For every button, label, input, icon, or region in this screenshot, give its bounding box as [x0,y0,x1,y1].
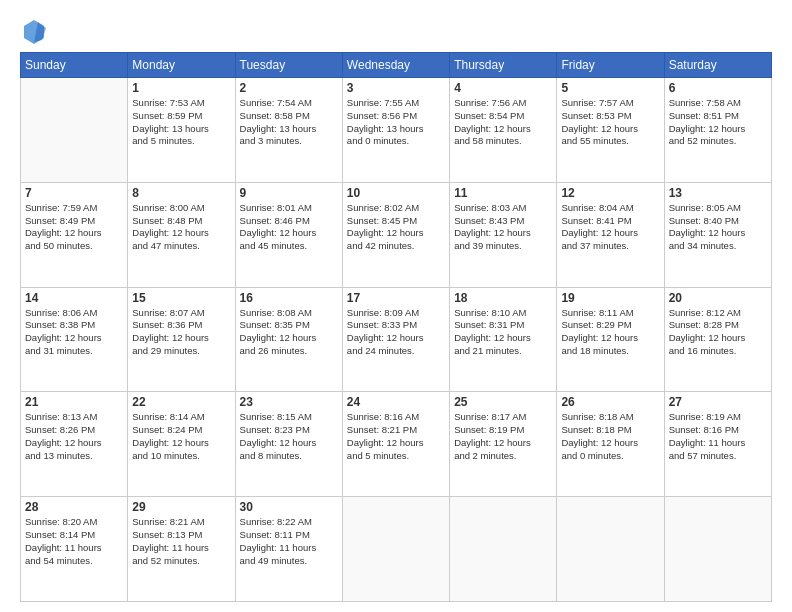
day-cell: 29Sunrise: 8:21 AM Sunset: 8:13 PM Dayli… [128,497,235,602]
day-cell: 9Sunrise: 8:01 AM Sunset: 8:46 PM Daylig… [235,182,342,287]
day-cell: 30Sunrise: 8:22 AM Sunset: 8:11 PM Dayli… [235,497,342,602]
day-info: Sunrise: 8:01 AM Sunset: 8:46 PM Dayligh… [240,202,338,253]
day-info: Sunrise: 8:22 AM Sunset: 8:11 PM Dayligh… [240,516,338,567]
day-info: Sunrise: 8:19 AM Sunset: 8:16 PM Dayligh… [669,411,767,462]
weekday-header-saturday: Saturday [664,53,771,78]
logo-icon [20,16,48,44]
day-info: Sunrise: 8:02 AM Sunset: 8:45 PM Dayligh… [347,202,445,253]
day-cell: 17Sunrise: 8:09 AM Sunset: 8:33 PM Dayli… [342,287,449,392]
day-number: 27 [669,395,767,409]
day-info: Sunrise: 8:18 AM Sunset: 8:18 PM Dayligh… [561,411,659,462]
day-cell [664,497,771,602]
weekday-header-thursday: Thursday [450,53,557,78]
day-info: Sunrise: 7:56 AM Sunset: 8:54 PM Dayligh… [454,97,552,148]
day-cell [450,497,557,602]
day-cell: 12Sunrise: 8:04 AM Sunset: 8:41 PM Dayli… [557,182,664,287]
day-cell: 1Sunrise: 7:53 AM Sunset: 8:59 PM Daylig… [128,78,235,183]
day-cell: 22Sunrise: 8:14 AM Sunset: 8:24 PM Dayli… [128,392,235,497]
week-row-4: 21Sunrise: 8:13 AM Sunset: 8:26 PM Dayli… [21,392,772,497]
day-number: 1 [132,81,230,95]
day-info: Sunrise: 8:10 AM Sunset: 8:31 PM Dayligh… [454,307,552,358]
day-cell: 23Sunrise: 8:15 AM Sunset: 8:23 PM Dayli… [235,392,342,497]
day-cell: 21Sunrise: 8:13 AM Sunset: 8:26 PM Dayli… [21,392,128,497]
day-number: 17 [347,291,445,305]
day-cell [342,497,449,602]
day-info: Sunrise: 7:53 AM Sunset: 8:59 PM Dayligh… [132,97,230,148]
day-number: 12 [561,186,659,200]
day-info: Sunrise: 7:57 AM Sunset: 8:53 PM Dayligh… [561,97,659,148]
week-row-2: 7Sunrise: 7:59 AM Sunset: 8:49 PM Daylig… [21,182,772,287]
day-info: Sunrise: 8:16 AM Sunset: 8:21 PM Dayligh… [347,411,445,462]
weekday-header-friday: Friday [557,53,664,78]
day-number: 30 [240,500,338,514]
weekday-header-wednesday: Wednesday [342,53,449,78]
day-info: Sunrise: 8:12 AM Sunset: 8:28 PM Dayligh… [669,307,767,358]
day-number: 7 [25,186,123,200]
day-number: 21 [25,395,123,409]
day-cell: 27Sunrise: 8:19 AM Sunset: 8:16 PM Dayli… [664,392,771,497]
day-cell: 26Sunrise: 8:18 AM Sunset: 8:18 PM Dayli… [557,392,664,497]
day-number: 5 [561,81,659,95]
calendar-table: SundayMondayTuesdayWednesdayThursdayFrid… [20,52,772,602]
day-info: Sunrise: 8:06 AM Sunset: 8:38 PM Dayligh… [25,307,123,358]
week-row-3: 14Sunrise: 8:06 AM Sunset: 8:38 PM Dayli… [21,287,772,392]
day-number: 6 [669,81,767,95]
day-number: 16 [240,291,338,305]
day-cell: 15Sunrise: 8:07 AM Sunset: 8:36 PM Dayli… [128,287,235,392]
day-info: Sunrise: 8:17 AM Sunset: 8:19 PM Dayligh… [454,411,552,462]
day-info: Sunrise: 8:08 AM Sunset: 8:35 PM Dayligh… [240,307,338,358]
day-number: 25 [454,395,552,409]
day-cell: 24Sunrise: 8:16 AM Sunset: 8:21 PM Dayli… [342,392,449,497]
week-row-1: 1Sunrise: 7:53 AM Sunset: 8:59 PM Daylig… [21,78,772,183]
day-cell: 5Sunrise: 7:57 AM Sunset: 8:53 PM Daylig… [557,78,664,183]
day-info: Sunrise: 8:20 AM Sunset: 8:14 PM Dayligh… [25,516,123,567]
day-number: 28 [25,500,123,514]
day-number: 2 [240,81,338,95]
day-number: 11 [454,186,552,200]
day-number: 18 [454,291,552,305]
day-cell: 10Sunrise: 8:02 AM Sunset: 8:45 PM Dayli… [342,182,449,287]
weekday-header-row: SundayMondayTuesdayWednesdayThursdayFrid… [21,53,772,78]
header [20,16,772,44]
day-cell: 16Sunrise: 8:08 AM Sunset: 8:35 PM Dayli… [235,287,342,392]
day-number: 15 [132,291,230,305]
day-cell: 6Sunrise: 7:58 AM Sunset: 8:51 PM Daylig… [664,78,771,183]
day-info: Sunrise: 8:00 AM Sunset: 8:48 PM Dayligh… [132,202,230,253]
day-cell: 19Sunrise: 8:11 AM Sunset: 8:29 PM Dayli… [557,287,664,392]
day-info: Sunrise: 7:58 AM Sunset: 8:51 PM Dayligh… [669,97,767,148]
day-number: 23 [240,395,338,409]
day-number: 24 [347,395,445,409]
day-info: Sunrise: 8:03 AM Sunset: 8:43 PM Dayligh… [454,202,552,253]
day-number: 26 [561,395,659,409]
day-cell: 8Sunrise: 8:00 AM Sunset: 8:48 PM Daylig… [128,182,235,287]
logo [20,16,54,44]
day-number: 22 [132,395,230,409]
day-cell: 7Sunrise: 7:59 AM Sunset: 8:49 PM Daylig… [21,182,128,287]
day-info: Sunrise: 7:59 AM Sunset: 8:49 PM Dayligh… [25,202,123,253]
day-info: Sunrise: 8:13 AM Sunset: 8:26 PM Dayligh… [25,411,123,462]
day-info: Sunrise: 8:14 AM Sunset: 8:24 PM Dayligh… [132,411,230,462]
day-number: 9 [240,186,338,200]
page: SundayMondayTuesdayWednesdayThursdayFrid… [0,0,792,612]
day-cell: 28Sunrise: 8:20 AM Sunset: 8:14 PM Dayli… [21,497,128,602]
day-cell: 20Sunrise: 8:12 AM Sunset: 8:28 PM Dayli… [664,287,771,392]
day-number: 13 [669,186,767,200]
day-cell: 18Sunrise: 8:10 AM Sunset: 8:31 PM Dayli… [450,287,557,392]
day-cell: 11Sunrise: 8:03 AM Sunset: 8:43 PM Dayli… [450,182,557,287]
day-number: 14 [25,291,123,305]
weekday-header-sunday: Sunday [21,53,128,78]
day-info: Sunrise: 8:21 AM Sunset: 8:13 PM Dayligh… [132,516,230,567]
day-cell: 2Sunrise: 7:54 AM Sunset: 8:58 PM Daylig… [235,78,342,183]
day-cell: 3Sunrise: 7:55 AM Sunset: 8:56 PM Daylig… [342,78,449,183]
day-cell [21,78,128,183]
weekday-header-tuesday: Tuesday [235,53,342,78]
day-info: Sunrise: 8:11 AM Sunset: 8:29 PM Dayligh… [561,307,659,358]
day-number: 3 [347,81,445,95]
day-info: Sunrise: 8:09 AM Sunset: 8:33 PM Dayligh… [347,307,445,358]
day-info: Sunrise: 8:05 AM Sunset: 8:40 PM Dayligh… [669,202,767,253]
day-cell: 4Sunrise: 7:56 AM Sunset: 8:54 PM Daylig… [450,78,557,183]
week-row-5: 28Sunrise: 8:20 AM Sunset: 8:14 PM Dayli… [21,497,772,602]
day-number: 10 [347,186,445,200]
day-info: Sunrise: 8:07 AM Sunset: 8:36 PM Dayligh… [132,307,230,358]
day-info: Sunrise: 7:55 AM Sunset: 8:56 PM Dayligh… [347,97,445,148]
